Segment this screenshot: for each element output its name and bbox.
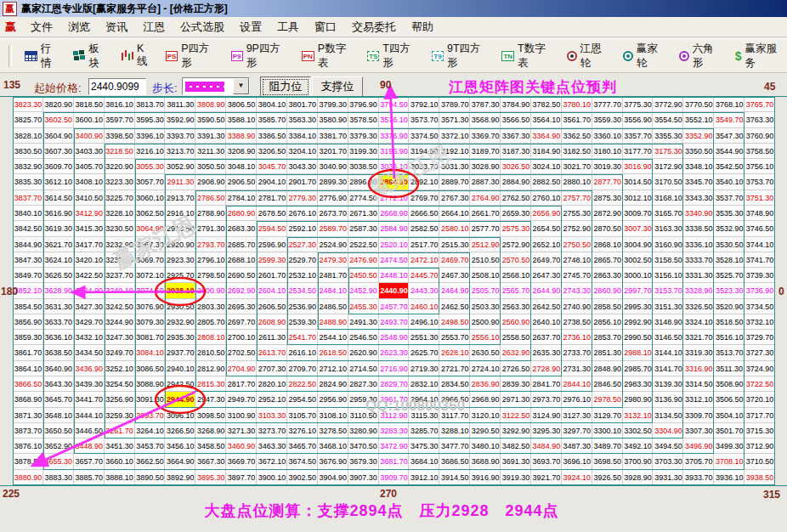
grid-cell: 3225.70: [105, 190, 135, 206]
grid-cell: 3408.10: [74, 174, 105, 190]
grid-cell: 2592.10: [287, 221, 318, 236]
grid-cell: 3103.30: [257, 408, 287, 423]
grid-cell: 3276.10: [287, 423, 318, 439]
grid-cell: 2685.70: [226, 237, 257, 252]
grid-cell: 2493.70: [379, 314, 410, 330]
grid-cell: 3703.30: [653, 454, 683, 469]
grid-cell: 2472.10: [409, 252, 439, 268]
grid-cell: 3938.50: [745, 470, 775, 485]
grid-cell: 3568.90: [470, 112, 501, 127]
grid-cell: 2589.70: [318, 221, 348, 236]
grid-cell: 3055.30: [135, 159, 166, 174]
toolbar-item-gann-wheel[interactable]: 江恩轮: [567, 42, 612, 71]
grid-cell: 2952.10: [257, 392, 287, 407]
toolbar-item-9p-square[interactable]: P99P四方形: [231, 42, 291, 71]
step-dropdown[interactable]: ▼: [182, 77, 250, 95]
grid-cell: 3304.90: [653, 423, 683, 439]
grid-cell: 3741.70: [745, 252, 775, 268]
grid-cell: 3523.30: [714, 283, 745, 298]
toolbar-item-sectors[interactable]: 板块: [73, 42, 110, 71]
grid-cell: 3724.90: [745, 361, 775, 376]
grid-cell: 3554.50: [653, 112, 683, 127]
grid-cell: 2606.50: [257, 299, 287, 314]
toolbar-item-t-number-table[interactable]: TNT数字表: [501, 42, 555, 71]
grid-cell: 3367.30: [501, 128, 531, 144]
toolbar-item-kline[interactable]: K线: [121, 42, 154, 69]
grid-cell: 2937.70: [165, 345, 195, 360]
grid-cell: 2736.10: [562, 330, 592, 345]
grid-cell: 3924.10: [562, 470, 592, 485]
grid-cell: 2875.30: [592, 190, 623, 206]
toolbar-item-p-square[interactable]: PSP四方形: [166, 42, 220, 71]
grid-cell: 2659.30: [501, 206, 531, 221]
menu-item-交易委托[interactable]: 交易委托: [344, 18, 404, 37]
grid-cell: 3441.70: [74, 392, 105, 407]
toolbar-item-winner-service[interactable]: $赢家服务: [735, 42, 787, 71]
support-button[interactable]: 支撑位: [312, 76, 363, 98]
grid-cell: 3019.30: [592, 159, 623, 174]
grid-cell: 2796.10: [195, 252, 226, 268]
grid-cell: 2870.50: [592, 221, 623, 236]
grid-cell: 3376.90: [379, 128, 410, 144]
kline-icon: [121, 50, 133, 61]
toolbar-item-label: 9P四方形: [246, 42, 291, 71]
grid-cell: 2738.50: [562, 314, 592, 330]
grid-cell: 3410.50: [74, 190, 105, 206]
grid-cell: 3364.90: [531, 128, 562, 144]
menu-item-资讯[interactable]: 资讯: [98, 18, 135, 37]
grid-cell: 3684.10: [409, 454, 439, 469]
grid-cell: 2829.70: [379, 376, 410, 392]
resistance-button[interactable]: 阻力位: [260, 76, 311, 98]
grid-cell: 2443.30: [409, 283, 439, 298]
menu-item-公式选股[interactable]: 公式选股: [173, 18, 232, 37]
app-window: { "window": {"title": "赢家江恩专业版[赢家服务平台] -…: [0, 0, 787, 532]
grid-cell: 3448.90: [74, 439, 105, 454]
menu-item-浏览[interactable]: 浏览: [60, 18, 98, 37]
toolbar-item-label: 赢家轮: [637, 42, 668, 71]
toolbar-item-quotes[interactable]: 行情: [25, 42, 62, 71]
grid-cell: 3849.70: [13, 268, 43, 283]
grid-cell: 2942.50: [165, 376, 195, 392]
menu-item-文件[interactable]: 文件: [23, 18, 60, 37]
toolbar-item-hexagon[interactable]: 六角形: [679, 42, 724, 71]
title-bar: 赢 赢家江恩专业版[赢家服务平台] - [价格正方形]: [0, 0, 787, 17]
grid-cell: 2503.30: [470, 299, 501, 314]
grid-cell: 3736.90: [745, 283, 775, 298]
grid-cell: 3864.10: [13, 361, 43, 376]
grid-cell: 3434.50: [74, 345, 105, 360]
grid-cell: 2683.30: [226, 221, 257, 236]
grid-cell: 3460.90: [226, 439, 257, 454]
grid-cell: 2620.90: [348, 345, 379, 360]
grid-cell: 3091.30: [135, 392, 166, 407]
start-price-input[interactable]: [88, 78, 146, 95]
grid-cell: 2815.30: [195, 376, 226, 392]
menu-item-窗口[interactable]: 窗口: [307, 18, 344, 37]
grid-cell: 2613.70: [257, 345, 287, 360]
grid-cell: 2930.50: [165, 299, 195, 314]
dropdown-arrow-icon[interactable]: ▼: [233, 78, 249, 94]
menu-item-江恩[interactable]: 江恩: [135, 18, 173, 37]
grid-cell: 3235.30: [105, 252, 135, 268]
grid-bottom-line: [0, 485, 787, 486]
grid-cell: 2908.90: [195, 174, 226, 190]
grid-cell: 3415.30: [74, 221, 105, 236]
toolbar-item-9t-square[interactable]: T99T四方形: [432, 42, 490, 71]
grid-cell: 3120.10: [470, 408, 501, 423]
grid-top-line: [0, 96, 787, 97]
menu-item-设置[interactable]: 设置: [232, 18, 269, 37]
grid-cell: 2560.90: [501, 314, 531, 330]
toolbar-item-label: 9T四方形: [447, 42, 490, 71]
grid-cell: 3295.30: [531, 423, 562, 439]
grid-cell: 2956.90: [318, 392, 348, 407]
grid-cell-key-support: 2894.50: [379, 174, 410, 190]
toolbar-item-winner-wheel[interactable]: 赢家轮: [623, 42, 668, 71]
grid-cell: 3036.10: [379, 159, 410, 174]
menu-item-工具[interactable]: 工具: [269, 18, 307, 37]
menu-item-帮助[interactable]: 帮助: [404, 18, 441, 37]
toolbar-item-t-square[interactable]: TST四方形: [367, 42, 421, 71]
grid-cell: 3712.90: [745, 439, 775, 454]
grid-cell: 3280.90: [348, 423, 379, 439]
grid-cell: 2726.50: [501, 361, 531, 376]
grid-cell: 3717.70: [745, 408, 775, 423]
toolbar-item-p-number-table[interactable]: PNP数字表: [302, 42, 356, 71]
